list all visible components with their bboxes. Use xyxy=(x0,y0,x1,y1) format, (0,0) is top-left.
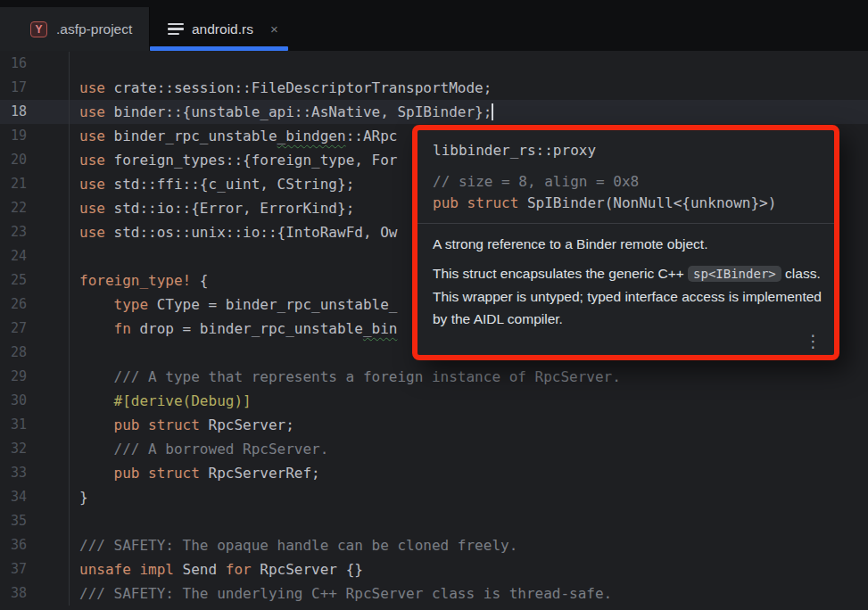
line-number: 28 xyxy=(0,341,70,365)
line-number: 23 xyxy=(0,220,70,244)
doc-signature: pub struct SpIBinder(NonNull<{unknown}>) xyxy=(433,194,819,211)
code-line[interactable]: 16 xyxy=(0,52,868,76)
code-text: use binder::{unstable_api::AsNative, SpI… xyxy=(70,100,493,124)
editor-tab-android-rs[interactable]: android.rs × xyxy=(150,7,294,51)
code-text xyxy=(70,52,79,76)
code-text xyxy=(70,341,79,365)
code-text: use crate::session::FileDescriptorTransp… xyxy=(70,76,492,100)
rust-file-icon xyxy=(168,23,184,36)
code-text xyxy=(70,509,79,533)
line-number: 24 xyxy=(0,244,70,268)
code-text: /// SAFETY: The underlying C++ RpcServer… xyxy=(70,581,612,606)
doc-description-1: A strong reference to a Binder remote ob… xyxy=(433,236,819,252)
editor-tab-label: android.rs xyxy=(192,21,253,37)
code-line[interactable]: 33 pub struct RpcServerRef; xyxy=(0,461,868,485)
doc-size-comment: // size = 8, align = 0x8 xyxy=(433,173,819,190)
line-number: 38 xyxy=(0,581,70,606)
code-text: /// SAFETY: The opaque handle can be clo… xyxy=(70,533,517,557)
line-number: 17 xyxy=(0,76,70,100)
code-text: type CType = binder_rpc_unstable_ xyxy=(70,293,397,317)
code-text: foreign_type! { xyxy=(70,268,209,293)
line-number: 31 xyxy=(0,413,70,437)
code-text: pub struct RpcServerRef; xyxy=(70,461,320,485)
code-text: } xyxy=(70,485,88,509)
close-icon[interactable]: × xyxy=(270,22,278,36)
project-file-icon: Y xyxy=(30,21,47,37)
line-number: 37 xyxy=(0,557,70,581)
header-bar: Y .asfp-project android.rs × xyxy=(0,0,868,51)
more-options-icon[interactable]: ⋮ xyxy=(805,333,822,350)
code-line[interactable]: 31 pub struct RpcServer; xyxy=(0,413,868,437)
line-number: 19 xyxy=(0,124,70,148)
line-number: 26 xyxy=(0,293,70,317)
code-line[interactable]: 35 xyxy=(0,509,868,533)
code-line[interactable]: 36/// SAFETY: The opaque handle can be c… xyxy=(0,533,868,557)
line-number: 30 xyxy=(0,389,70,413)
line-number: 35 xyxy=(0,509,70,533)
line-number: 33 xyxy=(0,461,70,485)
doc-divider xyxy=(417,223,834,224)
code-line[interactable]: 32 /// A borrowed RpcServer. xyxy=(0,437,868,461)
code-line[interactable]: 30 #[derive(Debug)] xyxy=(0,389,868,413)
code-line[interactable]: 29 /// A type that represents a foreign … xyxy=(0,365,868,389)
code-text: use foreign_types::{foreign_type, For xyxy=(70,148,397,172)
code-text: use binder_rpc_unstable_bindgen::ARpc xyxy=(70,124,397,148)
line-number: 34 xyxy=(0,485,70,509)
code-line[interactable]: 37unsafe impl Send for RpcServer {} xyxy=(0,557,868,581)
code-text: /// A borrowed RpcServer. xyxy=(70,437,328,461)
line-number: 21 xyxy=(0,172,70,196)
doc-module-path: libbinder_rs::proxy xyxy=(433,142,819,159)
code-text: /// A type that represents a foreign ins… xyxy=(70,365,621,389)
code-text: unsafe impl Send for RpcServer {} xyxy=(70,557,363,581)
line-number: 27 xyxy=(0,317,70,341)
code-line[interactable]: 38/// SAFETY: The underlying C++ RpcServ… xyxy=(0,581,868,606)
inline-code-chip: sp<IBinder> xyxy=(688,266,781,282)
code-text: use std::os::unix::io::{IntoRawFd, Ow xyxy=(70,220,397,244)
doc-description-2: This struct encapsulates the generic C++… xyxy=(433,262,825,330)
line-number: 29 xyxy=(0,365,70,389)
code-text: #[derive(Debug)] xyxy=(70,389,252,413)
line-number: 32 xyxy=(0,437,70,461)
code-text: use std::io::{Error, ErrorKind}; xyxy=(70,196,354,220)
code-text xyxy=(70,244,79,268)
doc-description-2-text: This struct encapsulates the generic C++ xyxy=(433,266,688,281)
code-text: fn drop = binder_rpc_unstable_bin xyxy=(70,317,397,341)
line-number: 20 xyxy=(0,148,70,172)
line-number: 16 xyxy=(0,52,70,76)
line-number: 36 xyxy=(0,533,70,557)
documentation-popup: libbinder_rs::proxy // size = 8, align =… xyxy=(412,125,839,360)
line-number: 25 xyxy=(0,268,70,293)
code-text: pub struct RpcServer; xyxy=(70,413,294,437)
project-tab[interactable]: Y .asfp-project xyxy=(0,7,150,51)
code-text: use std::ffi::{c_uint, CString}; xyxy=(70,172,354,196)
code-line[interactable]: 17use crate::session::FileDescriptorTran… xyxy=(0,76,868,100)
line-number: 18 xyxy=(0,100,70,124)
text-cursor xyxy=(492,103,493,120)
line-number: 22 xyxy=(0,196,70,220)
documentation-popup-content: libbinder_rs::proxy // size = 8, align =… xyxy=(417,130,834,355)
code-line[interactable]: 34} xyxy=(0,485,868,509)
code-line[interactable]: 18use binder::{unstable_api::AsNative, S… xyxy=(0,100,868,124)
project-tab-label: .asfp-project xyxy=(56,21,132,37)
